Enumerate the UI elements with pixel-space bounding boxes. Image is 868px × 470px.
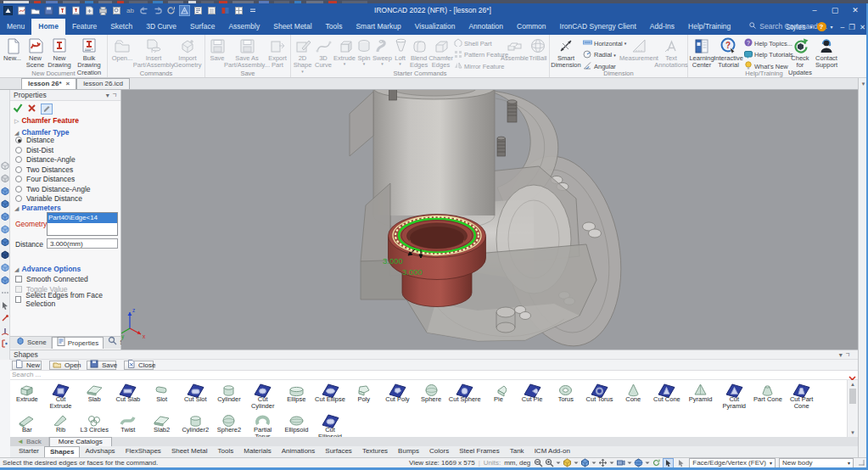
shape-item[interactable]: Cut Sphere (448, 380, 482, 411)
undo-icon[interactable] (138, 5, 149, 16)
assemble-button[interactable]: Assemble (501, 36, 528, 62)
shape-item[interactable]: Cut Slot (178, 380, 212, 411)
shape-item[interactable]: Bar (10, 411, 44, 441)
cube-navy-icon[interactable] (1, 250, 9, 259)
shape-item[interactable]: Cut Cylinder (246, 380, 280, 411)
ribbon-tab[interactable]: Sketch (104, 19, 139, 35)
new-button[interactable]: New... (1, 36, 24, 62)
cube-blue2-icon[interactable] (1, 199, 9, 208)
shape-item[interactable]: Cut Pie (515, 380, 549, 411)
catalog-toolbar-button[interactable]: Save (87, 361, 116, 370)
cube-blue1-icon[interactable] (1, 212, 9, 221)
selection-filter-combo[interactable]: Face/Edge/Vertex (FEV)▾ (689, 458, 776, 468)
shape-item[interactable]: Cylinder2 (178, 411, 212, 441)
shape-item[interactable]: Slot (145, 380, 179, 411)
document-tab-lesson26[interactable]: lesson 26*× (21, 78, 76, 89)
chamfer-type-option[interactable]: Two Distances (15, 165, 73, 174)
app-icon-icon[interactable] (3, 5, 14, 16)
shape-item[interactable]: Sphere (414, 380, 448, 411)
3d-curve-button[interactable]: 3D Curve (313, 36, 333, 70)
geometry-selected-item[interactable]: Part40\Edge<14 (48, 213, 117, 223)
pattern-feature-button[interactable]: Pattern Feature (454, 50, 500, 60)
chamfer-type-option[interactable]: Four Distances (15, 175, 75, 183)
print-icon[interactable] (98, 5, 109, 16)
pan-icon[interactable] (598, 458, 608, 467)
advance-options-header[interactable]: ◢Advance Options (14, 265, 81, 273)
catalog-tab[interactable]: Animations (277, 446, 321, 457)
shape-item[interactable]: Twist (111, 411, 145, 441)
shape-item[interactable]: Part Cone (751, 380, 785, 411)
new-scene-icon[interactable] (16, 5, 27, 16)
clear-search-icon[interactable] (848, 372, 857, 380)
catalog-scrollbar[interactable]: ▲ ▼ (847, 380, 858, 437)
open-scene-icon[interactable] (30, 5, 41, 16)
cube-gray2-icon[interactable] (1, 174, 9, 182)
tab-properties[interactable]: Properties (52, 337, 104, 349)
ribbon-tab[interactable]: Common (510, 19, 552, 35)
shape-item[interactable]: Poly (347, 380, 381, 411)
scroll-down-icon[interactable]: ▼ (848, 430, 858, 435)
shaded-box-icon[interactable] (563, 458, 572, 467)
catalog-tab[interactable]: Colors (424, 446, 454, 457)
catalog-tab[interactable]: Surfaces (320, 446, 357, 457)
ok-button[interactable] (13, 103, 23, 115)
interactive-tutorial-button[interactable]: ?Interactive Tutorial (714, 36, 742, 70)
shape-item[interactable]: Cut Slab (111, 380, 145, 411)
restore-doc-button[interactable]: ❐ (848, 23, 855, 31)
shape-item[interactable]: Cut Ellipsoid (313, 411, 347, 441)
catalog-tab[interactable]: Steel Frames (454, 446, 505, 457)
ribbon-tab[interactable]: Annotation (462, 19, 510, 35)
shape-item[interactable]: Cut Cone (650, 380, 684, 411)
chamfer-type-option[interactable]: Distance-Angle (15, 155, 76, 164)
loft-button[interactable]: Loft▾ (392, 36, 408, 67)
reset-view-icon[interactable] (652, 458, 661, 467)
close-button[interactable]: ✕ (846, 3, 865, 17)
catalog-search-input[interactable]: Search ... (10, 371, 858, 380)
import-geometry-button[interactable]: Import Geometry (171, 36, 204, 70)
refresh-icon[interactable] (165, 5, 176, 16)
caret-icon[interactable] (609, 458, 614, 467)
shape-item[interactable]: Slab2 (145, 411, 179, 441)
scroll-thumb[interactable] (849, 389, 856, 404)
shape-item[interactable]: L3 Circles (77, 411, 111, 441)
camera-icon[interactable] (616, 458, 625, 467)
ribbon-tab[interactable]: Surface (183, 19, 221, 35)
ribbon-tab[interactable]: Feature (65, 19, 104, 35)
extrude-button[interactable]: Extrude▾ (333, 36, 356, 67)
new-drawing-icon[interactable] (57, 5, 68, 16)
radial-dim-button[interactable]: Radial▾ (583, 50, 620, 60)
cube-blue1-icon[interactable] (1, 187, 9, 195)
cancel-button[interactable] (27, 104, 36, 115)
body-mode-combo[interactable]: New body▾ (779, 458, 854, 468)
catalog-tab[interactable]: Sheet Metal (166, 446, 213, 457)
axes-icon[interactable] (1, 327, 9, 335)
shape-item[interactable]: Torus (549, 380, 583, 411)
pin-icon[interactable]: ᆨ (111, 92, 118, 99)
spin-button[interactable]: Spin▾ (356, 36, 372, 67)
dots-icon[interactable] (1, 288, 9, 297)
horizontal-dim-button[interactable]: Horizontal▾ (583, 38, 620, 48)
panel-menu-icon[interactable]: ▾ (106, 92, 109, 99)
view-cube-icon[interactable] (580, 458, 590, 467)
minimize-doc-button[interactable]: – (841, 23, 845, 31)
catalog-tab[interactable]: Materials (238, 446, 276, 457)
catalog-toolbar-button[interactable]: New (12, 361, 42, 370)
pointer-active-icon[interactable] (663, 458, 674, 468)
cube-blue1-icon[interactable] (1, 276, 9, 284)
render-mode-icon[interactable] (193, 5, 204, 16)
ribbon-tab[interactable]: Visualization (408, 19, 462, 35)
chamfer-type-option[interactable]: Dist-Dist (15, 146, 53, 154)
cube-blue3-icon[interactable] (1, 225, 9, 233)
shape-item[interactable]: Cut Extrude (44, 380, 78, 411)
caret-icon[interactable] (556, 458, 561, 467)
more-catalogs-button[interactable]: More Catalogs (49, 437, 112, 446)
scroll-up-icon[interactable]: ▲ (848, 382, 858, 387)
new-scene-button[interactable]: New Scene (24, 36, 47, 70)
zoom-select-icon[interactable] (534, 458, 543, 467)
contact-support-button[interactable]: Contact Support (814, 36, 839, 70)
parameters-header[interactable]: ◢Parameters (14, 204, 61, 212)
distance-input[interactable]: 3.000(mm) (47, 238, 118, 249)
shape-item[interactable]: Cut Pyramid (717, 380, 751, 411)
tool-red-icon[interactable] (1, 314, 9, 322)
item-list-icon[interactable] (206, 5, 217, 16)
